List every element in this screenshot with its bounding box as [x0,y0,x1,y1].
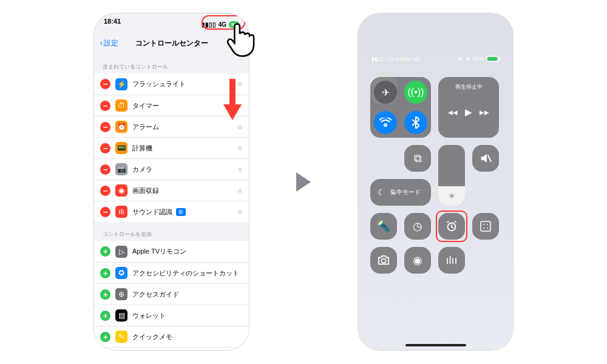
svg-point-8 [487,224,488,225]
sun-icon: ☀ [438,191,465,201]
calculator-tile[interactable] [472,213,499,240]
media-controls: ◂◂ ▶ ▸▸ [444,107,493,118]
svg-rect-6 [481,221,490,231]
status-right: ▮▮▯▯ 4G 90 [202,18,239,32]
control-icon: 📟 [115,142,127,154]
control-icon: ⏱ [115,99,127,112]
remove-button[interactable]: − [100,186,110,196]
signal-icon: ▮▮▯▯ [371,56,385,62]
control-label: 計算機 [132,144,152,153]
control-row[interactable]: +▣コードスキャナー [94,347,249,350]
control-row[interactable]: +▷Apple TVリモコン [94,241,249,262]
control-icon: ⏰ [115,121,127,133]
control-icon: ⚡ [115,78,127,90]
svg-marker-2 [296,172,311,192]
remove-button[interactable]: − [100,122,110,132]
forward-icon[interactable]: ▸▸ [480,107,489,118]
drag-handle-icon[interactable]: ≡ [237,207,242,217]
control-row[interactable]: −◉画面収録≡ [94,180,249,201]
screen-mirroring-tile[interactable]: ⧉ [404,145,431,172]
included-controls-list: −⚡フラッシュライト≡−⏱タイマー≡−⏰アラーム≡−📟計算機≡−📷カメラ≡−◉画… [94,73,249,222]
control-icon: ✎ [115,331,127,343]
focus-mode-tile[interactable]: ☾ 集中モード [370,179,431,206]
cellular-toggle[interactable]: ((•)) [404,81,427,104]
volume-slider[interactable] [472,145,499,172]
control-center-grid: ✈ ((•)) 再生停止中 ◂◂ ▶ ▸▸ ⧉ ☀ [370,77,501,104]
control-icon: ılı [115,206,127,218]
drag-handle-icon[interactable]: ≡ [237,144,242,153]
drag-handle-icon[interactable]: ≡ [237,101,242,110]
more-controls-list: +▷Apple TVリモコン+✪アクセシビリティのショートカット+⊕アクセスガイ… [94,241,249,350]
drag-handle-icon[interactable]: ≡ [237,79,242,89]
add-button[interactable]: + [100,268,110,278]
flashlight-tile[interactable]: 🔦 [370,213,397,240]
control-label: フラッシュライト [132,79,186,89]
statusbar-right: ▮▮▯▯ UQ mobile 4G ➤ ⊕ 89% [358,56,513,62]
control-label: カメラ [132,165,152,174]
control-label: サウンド認識 [132,207,172,217]
control-label: 画面収録 [132,186,159,195]
control-row[interactable]: −📷カメラ≡ [94,158,249,180]
control-label: Apple TVリモコン [132,247,186,256]
phone-control-center: ▮▮▯▯ UQ mobile 4G ➤ ⊕ 89% ✈ ((•)) 再生停止中 … [358,13,513,350]
control-icon: 📷 [115,163,127,175]
control-label: タイマー [132,101,159,110]
control-row[interactable]: −⏰アラーム≡ [94,116,249,137]
battery-icon [486,56,500,62]
rewind-icon[interactable]: ◂◂ [448,107,458,118]
battery-percent: 89% [473,56,484,62]
svg-point-7 [483,224,484,225]
add-button[interactable]: + [100,311,110,321]
now-playing-tile[interactable]: 再生停止中 ◂◂ ▶ ▸▸ [438,77,499,138]
remove-button[interactable]: − [100,79,110,89]
camera-tile[interactable] [370,247,397,274]
home-indicator[interactable] [405,344,466,346]
remove-button[interactable]: − [100,207,110,217]
section-header-included: 含まれているコントロール [94,55,249,73]
control-icon: ✪ [115,267,127,279]
control-label: アクセスガイド [132,290,179,299]
drag-handle-icon[interactable]: ≡ [237,165,242,174]
navbar: ‹ 設定 コントロールセンター [94,32,249,55]
section-header-more: コントロールを追加 [94,222,249,241]
control-row[interactable]: +✎クイックメモ [94,326,249,347]
connectivity-tile[interactable]: ✈ ((•)) [370,77,431,138]
page-title: コントロールセンター [94,38,249,49]
carrier-label: ▮▮▯▯ UQ mobile 4G [371,56,420,62]
step-arrow-icon [295,171,312,193]
control-icon: ▤ [115,309,127,322]
airplane-toggle[interactable]: ✈ [374,81,397,104]
svg-point-9 [483,228,484,229]
remove-button[interactable]: − [100,164,110,175]
control-label: アラーム [132,123,159,132]
remove-button[interactable]: − [100,101,110,111]
alarm-tile[interactable] [438,213,465,240]
drag-handle-icon[interactable]: ≡ [237,123,242,132]
add-button[interactable]: + [100,246,110,257]
play-icon[interactable]: ▶ [465,107,472,118]
add-button[interactable]: + [100,332,110,342]
moon-icon: ☾ [378,187,385,197]
brightness-slider[interactable]: ☀ [438,145,465,206]
wifi-toggle[interactable] [374,111,397,134]
control-row[interactable]: −ılıサウンド認識新≡ [94,201,249,222]
control-row[interactable]: −⏱タイマー≡ [94,95,249,116]
control-row[interactable]: +▤ウォレット [94,305,249,326]
drag-handle-icon[interactable]: ≡ [237,186,242,195]
screen-record-tile[interactable]: ◉ [404,247,431,274]
now-playing-title: 再生停止中 [444,83,493,91]
control-icon: ▷ [115,246,127,258]
timer-tile[interactable]: ◷ [404,213,431,240]
settings-scroll[interactable]: 含まれているコントロール −⚡フラッシュライト≡−⏱タイマー≡−⏰アラーム≡−📟… [94,55,249,350]
network-label: 4G [219,21,226,28]
control-row[interactable]: −⚡フラッシュライト≡ [94,73,249,95]
control-row[interactable]: −📟計算機≡ [94,137,249,158]
control-row[interactable]: +✪アクセシビリティのショートカット [94,262,249,283]
focus-label: 集中モード [390,188,421,197]
statusbar-left: 18:41 ▮▮▯▯ 4G 90 [94,13,249,32]
sound-recognition-tile[interactable]: ılıı [438,247,465,274]
control-row[interactable]: +⊕アクセスガイド [94,283,249,305]
bluetooth-toggle[interactable] [404,111,427,134]
remove-button[interactable]: − [100,143,110,153]
add-button[interactable]: + [100,289,110,300]
